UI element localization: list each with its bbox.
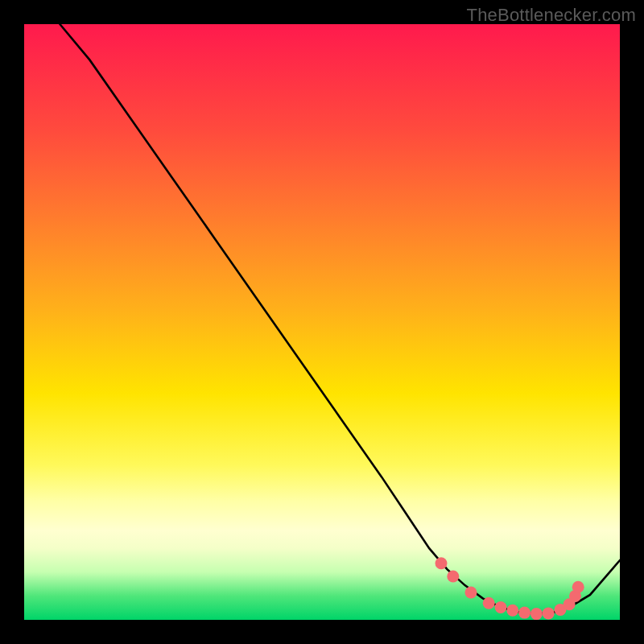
marker-dot <box>483 597 495 609</box>
chart-frame: TheBottlenecker.com <box>0 0 644 644</box>
marker-dot <box>465 587 477 599</box>
curve-markers <box>436 557 584 620</box>
marker-dot <box>495 601 507 613</box>
marker-dot <box>530 608 543 620</box>
marker-dot <box>506 605 518 617</box>
bottleneck-curve <box>60 24 620 614</box>
marker-dot <box>447 571 459 583</box>
marker-dot <box>572 581 584 593</box>
watermark-text: TheBottlenecker.com <box>467 5 636 26</box>
marker-dot <box>543 607 555 619</box>
chart-overlay <box>24 24 620 620</box>
marker-dot <box>436 557 448 569</box>
marker-dot <box>518 607 530 619</box>
